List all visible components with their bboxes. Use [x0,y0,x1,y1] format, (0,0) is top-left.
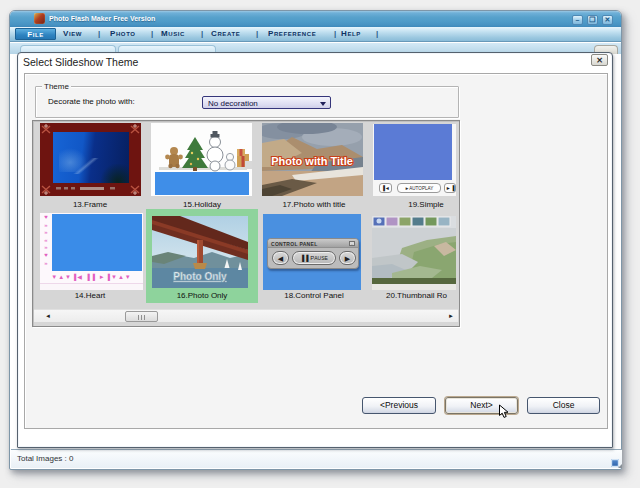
svg-text:Photo with Title: Photo with Title [271,155,353,167]
svg-text:Photo Only: Photo Only [173,271,227,282]
